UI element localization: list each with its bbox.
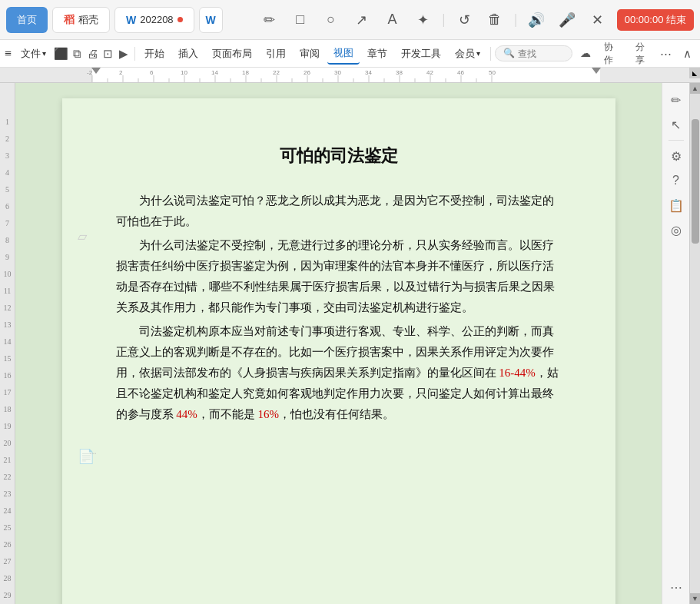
menu-file-arrow: ▾ [42,49,46,58]
target-rt-button[interactable]: ◎ [665,219,687,241]
close-icon-btn[interactable]: ✕ [586,8,609,32]
svg-text:6: 6 [150,69,154,76]
menu-layout[interactable]: 页面布局 [206,44,258,64]
svg-text:10: 10 [181,69,187,76]
volume-icon-btn[interactable]: 🔊 [525,8,548,32]
paragraph-1: 为什么说司法鉴定可怕？恶龙之所以成其为恶龙，是因为它不受控制，司法鉴定的可怕也在… [116,191,562,232]
pencil-icon-btn[interactable]: ✏ [258,8,281,32]
svg-text:38: 38 [396,69,403,76]
edit-rt-button[interactable]: ✏ [665,89,687,111]
svg-text:18: 18 [242,69,249,76]
svg-text:14: 14 [211,69,218,76]
clipboard-rt-button[interactable]: 📋 [665,194,687,216]
word-icon2: W [206,14,216,26]
ruler-corner-btn[interactable]: ◣ [689,68,700,78]
scroll-down-button[interactable]: ▼ [690,593,701,604]
more-rt-button[interactable]: ⋯ [665,576,687,598]
svg-text:50: 50 [489,69,496,76]
svg-text:34: 34 [365,69,372,76]
quick-icon-4[interactable]: ⊡ [101,43,114,65]
doc-tab-label: 202208 [140,14,173,25]
document-page[interactable]: ▱ 📄 ··· 可怕的司法鉴定 为什么说司法鉴定可怕？恶龙之所以成其为恶龙，是因… [62,98,615,604]
comment-indicator: ··· [90,448,97,460]
arrow-icon-btn[interactable]: ↗ [350,8,373,32]
help-rt-button[interactable]: ? [665,170,687,191]
scroll-up-button[interactable]: ▲ [690,83,701,94]
svg-text:30: 30 [334,69,341,76]
quick-icon-3[interactable]: 🖨 [85,43,99,65]
menu-member-arrow: ▾ [476,49,480,58]
quick-icon-2[interactable]: ⧉ [70,43,84,65]
unsaved-dot-icon [177,17,183,22]
circle-icon-btn[interactable]: ○ [320,8,343,32]
right-indent-marker[interactable] [592,68,601,74]
collab-label: 协作 [604,41,613,65]
share-label: 分享 [635,41,645,65]
top-bar: 首页 稻 稻壳 W 202208 W ✏ □ ○ ↗ A ✦ | ↺ 🗑 | 🔊… [0,0,700,40]
left-indent-marker[interactable] [91,68,101,74]
top-icons-group: ✏ □ ○ ↗ A ✦ | ↺ 🗑 | 🔊 🎤 ✕ 00:00:00 结束 [258,8,694,32]
search-icon: 🔍 [503,48,515,59]
search-input[interactable] [518,48,564,59]
menu-divider2 [490,47,491,61]
wps-logo-icon: 稻 [64,13,75,27]
svg-text:46: 46 [457,69,464,76]
wps-tab-label: 稻壳 [78,13,98,27]
doc-tab2[interactable]: W [199,7,223,33]
bookmark-icon-top: ▱ [78,229,87,244]
cursor [185,283,186,294]
word-icon: W [126,14,136,26]
right-toolbar: ✏ ↖ ⚙ ? 📋 ◎ ⋯ [662,83,689,604]
left-page-margin: 1 2 3 4 5 6 7 8 9 10 11 12 13 14 15 16 1… [0,83,15,604]
collapse-icon[interactable]: ∧ [679,43,696,65]
doc-tab[interactable]: W 202208 [114,7,194,33]
highlight-range: 16-44% [499,367,536,379]
select-rt-button[interactable]: ↖ [665,114,687,135]
menu-view[interactable]: 视图 [327,43,360,65]
scroll-track[interactable] [690,94,700,593]
menu-file-label: 文件 [21,47,41,61]
delete-icon-btn[interactable]: 🗑 [483,8,506,32]
menu-dev[interactable]: 开发工具 [395,44,447,64]
quick-icon-5[interactable]: ▶ [117,43,131,65]
timer-button[interactable]: 00:00:00 结束 [617,9,694,31]
home-tab[interactable]: 首页 [6,7,48,33]
home-tab-label: 首页 [17,13,37,27]
menu-chapter[interactable]: 章节 [361,44,393,64]
menu-insert[interactable]: 插入 [172,44,204,64]
paragraph-2: 为什么司法鉴定不受控制，无意进行过多的理论分析，只从实务经验而言。以医疗损害责任… [116,235,562,318]
menu-file-icon: ≡ [5,47,12,61]
menu-start[interactable]: 开始 [138,44,171,64]
share-button[interactable]: 分享 [627,38,653,69]
ruler-left-margin [15,68,31,82]
undo-icon-btn[interactable]: ↺ [453,8,476,32]
collab-section: ☁ 协作 分享 ⋯ ∧ [580,38,695,69]
highlight-44: 44% [176,408,197,420]
quick-icon-1[interactable]: ⬛ [54,43,68,65]
menu-reference[interactable]: 引用 [260,44,292,64]
menu-divider1 [134,47,135,61]
more-menu-icon[interactable]: ⋯ [658,43,675,65]
text-icon-btn[interactable]: A [381,8,404,32]
rect-icon-btn[interactable]: □ [289,8,312,32]
svg-text:22: 22 [273,69,280,76]
menu-review[interactable]: 审阅 [294,44,326,64]
svg-text:2: 2 [119,69,123,76]
ruler-scroll-area: ◣ [689,68,700,82]
mic-icon-btn[interactable]: 🎤 [556,8,579,32]
settings-rt-button[interactable]: ⚙ [665,145,687,167]
ruler: -2 2 6 10 14 18 22 [0,68,700,83]
star-icon-btn[interactable]: ✦ [412,8,435,32]
rt-divider1 [668,140,684,141]
ruler-marks-svg: -2 2 6 10 14 18 22 [31,68,662,82]
wps-tab[interactable]: 稻 稻壳 [52,7,110,33]
menu-bar: ≡ 文件 ▾ ⬛ ⧉ 🖨 ⊡ ▶ 开始 插入 页面布局 引用 审阅 视图 章节 … [0,40,700,68]
timer-label: 00:00:00 结束 [625,14,686,25]
menu-member[interactable]: 会员 ▾ [449,44,486,64]
menu-file[interactable]: 文件 ▾ [15,44,52,64]
collab-button[interactable]: 协作 [595,38,622,69]
svg-text:42: 42 [426,69,433,76]
right-scrollbar[interactable]: ▲ ▼ [689,83,700,604]
paragraph-3: 司法鉴定机构原本应当对前述专门事项进行客观、专业、科学、公正的判断，而真正意义上… [116,321,562,425]
scroll-thumb[interactable] [692,119,699,244]
